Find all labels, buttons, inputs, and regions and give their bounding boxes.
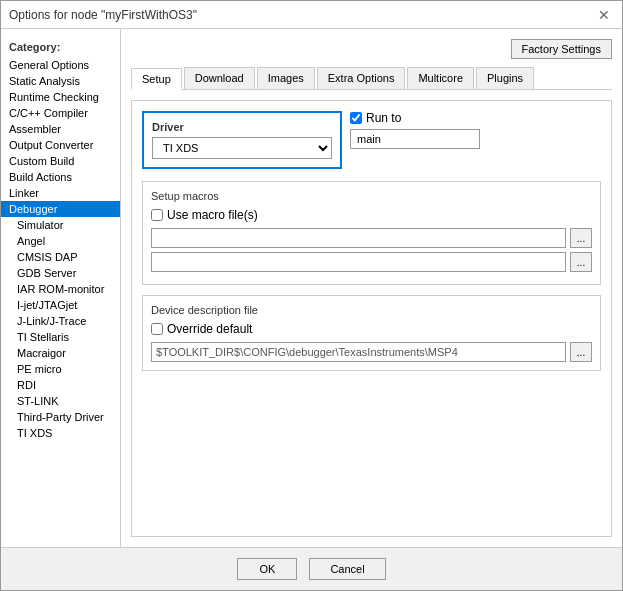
sidebar-item-general-options[interactable]: General Options bbox=[1, 57, 120, 73]
sidebar-item-st-link[interactable]: ST-LINK bbox=[1, 393, 120, 409]
main-panel: Factory Settings SetupDownloadImagesExtr… bbox=[121, 29, 622, 547]
sidebar-item-c-compiler[interactable]: C/C++ Compiler bbox=[1, 105, 120, 121]
sidebar-item-assembler[interactable]: Assembler bbox=[1, 121, 120, 137]
ok-button[interactable]: OK bbox=[237, 558, 297, 580]
factory-btn-row: Factory Settings bbox=[131, 39, 612, 59]
setup-macros-title: Setup macros bbox=[151, 190, 592, 202]
run-to-label-row: Run to bbox=[350, 111, 480, 125]
sidebar-item-static-analysis[interactable]: Static Analysis bbox=[1, 73, 120, 89]
macro-browse-btn-2[interactable]: ... bbox=[570, 252, 592, 272]
category-label: Category: bbox=[1, 37, 120, 57]
content-area: Driver TI XDS Simulator Angel CMSIS DAP … bbox=[131, 100, 612, 537]
sidebar-item-runtime-checking[interactable]: Runtime Checking bbox=[1, 89, 120, 105]
sidebar-item-gdb-server[interactable]: GDB Server bbox=[1, 265, 120, 281]
dialog: Options for node "myFirstWithOS3" ✕ Cate… bbox=[0, 0, 623, 591]
driver-box: Driver TI XDS Simulator Angel CMSIS DAP … bbox=[142, 111, 342, 169]
override-default-row: Override default bbox=[151, 322, 592, 336]
use-macro-files-label: Use macro file(s) bbox=[167, 208, 258, 222]
sidebar-item-custom-build[interactable]: Custom Build bbox=[1, 153, 120, 169]
sidebar-item-ti-stellaris[interactable]: TI Stellaris bbox=[1, 329, 120, 345]
macro-browse-btn-1[interactable]: ... bbox=[570, 228, 592, 248]
run-to-input[interactable] bbox=[350, 129, 480, 149]
tab-images[interactable]: Images bbox=[257, 67, 315, 89]
macro-row-1: ... bbox=[151, 228, 592, 248]
sidebar-item-build-actions[interactable]: Build Actions bbox=[1, 169, 120, 185]
sidebar-item-cmsis-dap[interactable]: CMSIS DAP bbox=[1, 249, 120, 265]
sidebar-item-debugger[interactable]: Debugger bbox=[1, 201, 120, 217]
tab-multicore[interactable]: Multicore bbox=[407, 67, 474, 89]
title-bar: Options for node "myFirstWithOS3" ✕ bbox=[1, 1, 622, 29]
device-description-title: Device description file bbox=[151, 304, 592, 316]
sidebar-item-rdi[interactable]: RDI bbox=[1, 377, 120, 393]
sidebar-item-angel[interactable]: Angel bbox=[1, 233, 120, 249]
tab-extra-options[interactable]: Extra Options bbox=[317, 67, 406, 89]
sidebar-item-linker[interactable]: Linker bbox=[1, 185, 120, 201]
use-macro-files-checkbox[interactable] bbox=[151, 209, 163, 221]
cancel-button[interactable]: Cancel bbox=[309, 558, 385, 580]
sidebar-item-pe-micro[interactable]: PE micro bbox=[1, 361, 120, 377]
sidebar-item-jlink-jtrace[interactable]: J-Link/J-Trace bbox=[1, 313, 120, 329]
run-to-section: Run to bbox=[350, 111, 480, 149]
macro-row-2: ... bbox=[151, 252, 592, 272]
sidebar-item-output-converter[interactable]: Output Converter bbox=[1, 137, 120, 153]
sidebar-item-third-party-driver[interactable]: Third-Party Driver bbox=[1, 409, 120, 425]
run-to-checkbox[interactable] bbox=[350, 112, 362, 124]
use-macro-files-row: Use macro file(s) bbox=[151, 208, 592, 222]
tabs: SetupDownloadImagesExtra OptionsMulticor… bbox=[131, 67, 612, 90]
sidebar: Category: General OptionsStatic Analysis… bbox=[1, 29, 121, 547]
device-path-row: $TOOLKIT_DIR$\CONFIG\debugger\TexasInstr… bbox=[151, 342, 592, 362]
override-default-label: Override default bbox=[167, 322, 252, 336]
device-path-input[interactable]: $TOOLKIT_DIR$\CONFIG\debugger\TexasInstr… bbox=[151, 342, 566, 362]
driver-label: Driver bbox=[152, 121, 332, 133]
driver-select[interactable]: TI XDS Simulator Angel CMSIS DAP GDB Ser… bbox=[152, 137, 332, 159]
sidebar-item-macraigor[interactable]: Macraigor bbox=[1, 345, 120, 361]
tab-download[interactable]: Download bbox=[184, 67, 255, 89]
setup-top-row: Driver TI XDS Simulator Angel CMSIS DAP … bbox=[142, 111, 601, 181]
sidebar-items: General OptionsStatic AnalysisRuntime Ch… bbox=[1, 57, 120, 441]
close-button[interactable]: ✕ bbox=[594, 7, 614, 23]
setup-macros-section: Setup macros Use macro file(s) ... ... bbox=[142, 181, 601, 285]
sidebar-item-iar-rom-monitor[interactable]: IAR ROM-monitor bbox=[1, 281, 120, 297]
macro-input-1[interactable] bbox=[151, 228, 566, 248]
device-browse-btn[interactable]: ... bbox=[570, 342, 592, 362]
run-to-label: Run to bbox=[366, 111, 401, 125]
footer: OK Cancel bbox=[1, 547, 622, 590]
device-description-section: Device description file Override default… bbox=[142, 295, 601, 371]
sidebar-item-ti-xds[interactable]: TI XDS bbox=[1, 425, 120, 441]
tab-plugins[interactable]: Plugins bbox=[476, 67, 534, 89]
factory-settings-button[interactable]: Factory Settings bbox=[511, 39, 612, 59]
sidebar-item-i-jet-jtagjet[interactable]: I-jet/JTAGjet bbox=[1, 297, 120, 313]
tab-setup[interactable]: Setup bbox=[131, 68, 182, 90]
macro-input-2[interactable] bbox=[151, 252, 566, 272]
dialog-title: Options for node "myFirstWithOS3" bbox=[9, 8, 197, 22]
dialog-body: Category: General OptionsStatic Analysis… bbox=[1, 29, 622, 547]
sidebar-item-simulator[interactable]: Simulator bbox=[1, 217, 120, 233]
override-default-checkbox[interactable] bbox=[151, 323, 163, 335]
